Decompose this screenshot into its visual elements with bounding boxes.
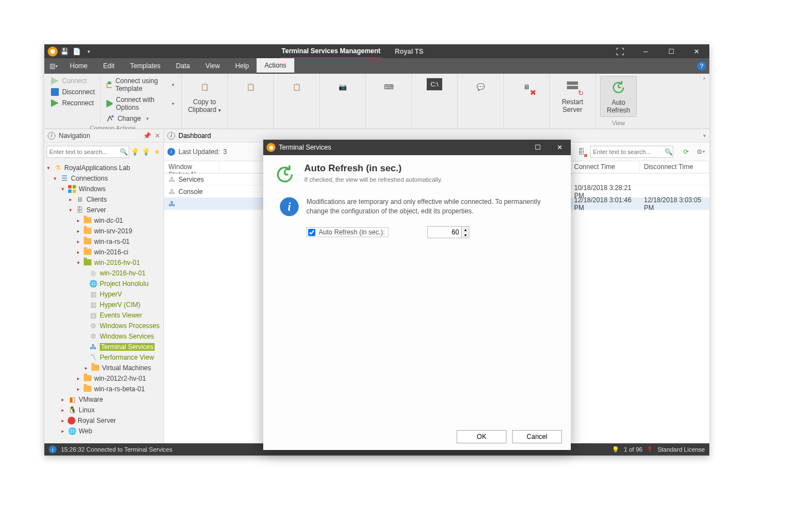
- menu-home[interactable]: Home: [62, 58, 95, 74]
- menu-help[interactable]: Help: [228, 58, 257, 74]
- auto-refresh-check-input[interactable]: [308, 229, 315, 236]
- stack-icon: ▥: [89, 300, 98, 309]
- change-button[interactable]: Change: [104, 114, 177, 124]
- auto-refresh-checkbox[interactable]: Auto Refresh (in sec.):: [306, 227, 388, 237]
- quick-more-icon[interactable]: ▾: [84, 47, 93, 56]
- flask-icon: ⚗: [53, 163, 62, 172]
- quick-save-icon[interactable]: 💾: [60, 47, 69, 56]
- last-updated-label: Last Updated:: [178, 148, 220, 156]
- titlebar: 💾 📄 ▾ Terminal Services Management Royal…: [44, 44, 709, 58]
- menu-view[interactable]: View: [198, 58, 228, 74]
- ribbon-collapse-icon[interactable]: ˄: [641, 74, 709, 129]
- nav-tree[interactable]: ▾⚗RoyalApplications Lab ▾☰Connections ▾W…: [44, 161, 163, 443]
- connect-template-button[interactable]: Connect using Template: [104, 76, 177, 94]
- ribbon-btn-camera[interactable]: 📷: [324, 76, 361, 98]
- menu-actions[interactable]: Actions: [257, 58, 294, 74]
- ribbon-btn-2[interactable]: 📋: [232, 76, 269, 98]
- auto-refresh-button[interactable]: Auto Refresh: [600, 76, 637, 117]
- folder-icon: [84, 249, 91, 255]
- chart-icon: 〽: [89, 353, 98, 362]
- bottom-1: Linux: [79, 406, 95, 414]
- ribbon-btn-monitor[interactable]: 🖥✖: [508, 76, 545, 98]
- cancel-button[interactable]: Cancel: [512, 430, 562, 443]
- reconnect-button[interactable]: Reconnect: [49, 98, 97, 108]
- dash-search-input[interactable]: [590, 146, 673, 158]
- connect-options-button[interactable]: Connect with Options: [104, 95, 177, 112]
- bulb-icon[interactable]: 💡: [612, 446, 620, 453]
- focus-mode-icon[interactable]: [607, 44, 633, 58]
- dash-dropdown-icon[interactable]: ▾: [703, 133, 706, 139]
- copy-clipboard-button[interactable]: 📋 Copy toClipboard ▾: [186, 76, 223, 116]
- bulb-off-icon[interactable]: 💡: [141, 147, 150, 156]
- terminal-icon: C:\: [427, 78, 442, 90]
- status-info-icon: i: [49, 446, 57, 453]
- child-2: HyperV: [100, 290, 122, 298]
- ribbon-btn-cmd[interactable]: C:\: [416, 76, 453, 93]
- ribbon-btn-keys[interactable]: ⌨: [370, 76, 407, 98]
- menu-data[interactable]: Data: [168, 58, 197, 74]
- restart-server-button[interactable]: ↻ RestartServer: [554, 76, 591, 116]
- menubar: ▥▾ Home Edit Templates Data View Help Ac…: [44, 58, 709, 74]
- minimize-button[interactable]: ─: [633, 44, 658, 58]
- last-updated-value: 3: [223, 148, 227, 156]
- monitor-off-icon: 🖥✖: [518, 78, 535, 96]
- session-icon: 🖧: [168, 176, 175, 183]
- session-icon: 🖧: [168, 188, 175, 196]
- child-8: Performance View: [100, 354, 154, 361]
- refresh-interval-input[interactable]: ▲▼: [427, 226, 469, 238]
- clipboard-b-icon: 📋: [288, 78, 305, 96]
- dashboard-title: Dashboard: [178, 132, 700, 140]
- connect-button[interactable]: Connect: [49, 76, 97, 86]
- dialog-maximize-button[interactable]: ☐: [526, 140, 549, 155]
- app-name: Royal TS: [395, 48, 423, 55]
- folder-icon: [84, 228, 91, 234]
- title-tab[interactable]: Terminal Services Management: [280, 45, 382, 58]
- tree-root: RoyalApplications Lab: [64, 164, 130, 172]
- ts-ico-4[interactable]: 🗄✖: [576, 146, 587, 157]
- star-icon[interactable]: ★: [152, 147, 161, 156]
- close-button[interactable]: ✕: [684, 44, 709, 58]
- svg-rect-10: [68, 190, 71, 193]
- bulb-on-icon[interactable]: 💡: [130, 147, 139, 156]
- app-window: 💾 📄 ▾ Terminal Services Management Royal…: [44, 44, 709, 456]
- menu-layout-icon[interactable]: ▥▾: [44, 58, 62, 74]
- folder-icon: [84, 375, 91, 381]
- panel-close-icon[interactable]: ✕: [155, 132, 160, 140]
- target-icon: ◎: [89, 269, 98, 278]
- refresh-interval-field[interactable]: [428, 228, 461, 236]
- folder-icon: [84, 386, 91, 392]
- ribbon-btn-3[interactable]: 📋: [278, 76, 315, 98]
- bottom-0: VMware: [79, 396, 103, 403]
- help-icon[interactable]: ?: [694, 58, 709, 74]
- quick-doc-icon[interactable]: 📄: [72, 47, 81, 56]
- spin-up-button[interactable]: ▲: [461, 227, 469, 232]
- svg-rect-8: [68, 185, 71, 188]
- ok-button[interactable]: OK: [457, 430, 507, 443]
- dialog-close-button[interactable]: ✕: [549, 140, 571, 155]
- windows-icon: [68, 185, 76, 193]
- menu-templates[interactable]: Templates: [122, 58, 168, 74]
- srv-3: win-2016-ci: [94, 248, 128, 256]
- nav-search-input[interactable]: [47, 146, 129, 158]
- gear-icon: ⚙: [89, 332, 98, 341]
- refresh-small-icon[interactable]: ⟳: [681, 146, 692, 157]
- nav-toggle-icon[interactable]: /: [48, 132, 55, 140]
- pin-icon[interactable]: 📌: [143, 132, 151, 140]
- dialog-titlebar[interactable]: Terminal Services ☐ ✕: [263, 140, 571, 155]
- ribbon-btn-msg[interactable]: 💬: [462, 76, 499, 98]
- dash-toggle-icon[interactable]: /: [167, 132, 175, 140]
- info-icon: i: [167, 148, 175, 156]
- col-ws: Window Station N: [164, 161, 219, 173]
- clipboard-a-icon: 📋: [242, 78, 259, 96]
- maximize-button[interactable]: ☐: [658, 44, 684, 58]
- globe-icon: 🌐: [89, 279, 98, 288]
- clients-icon: 🖥: [75, 195, 84, 204]
- after-0: win-2012r2-hv-01: [94, 375, 146, 382]
- tree-connections: Connections: [71, 175, 108, 182]
- menu-edit[interactable]: Edit: [95, 58, 122, 74]
- spin-down-button[interactable]: ▼: [461, 232, 469, 238]
- gear-icon: ⚙: [89, 321, 98, 330]
- settings-icon[interactable]: ⚙▾: [695, 146, 706, 157]
- disconnect-button[interactable]: Disconnect: [49, 87, 97, 97]
- srv-0: win-dc-01: [94, 217, 123, 224]
